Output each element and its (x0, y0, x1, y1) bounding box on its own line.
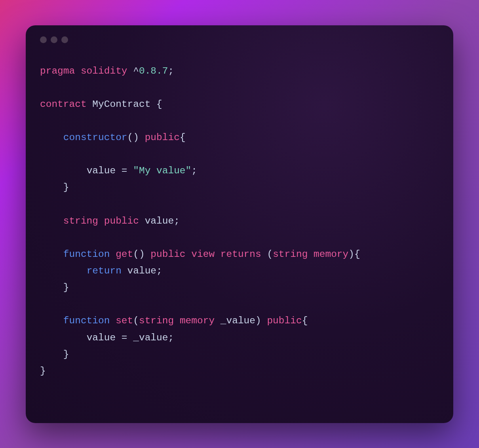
keyword-return: return (87, 266, 122, 276)
assign-operator: = (122, 165, 127, 176)
minimize-icon[interactable] (51, 36, 57, 43)
function-name-set: set (116, 315, 133, 326)
keyword-constructor: constructor (63, 132, 127, 143)
identifier-value: value (145, 216, 174, 226)
open-brace: { (156, 99, 162, 110)
close-paren: ) (348, 249, 354, 260)
keyword-string: string (139, 315, 174, 326)
keyword-string: string (63, 216, 98, 226)
keyword-function: function (63, 315, 110, 326)
keyword-solidity: solidity (81, 66, 127, 76)
keyword-pragma: pragma (40, 66, 75, 76)
contract-name: MyContract (92, 99, 150, 110)
close-paren: ) (255, 315, 261, 326)
semicolon: ; (191, 165, 197, 176)
open-brace: { (180, 132, 186, 143)
identifier-value: value (87, 165, 116, 176)
keyword-memory: memory (314, 249, 348, 260)
semicolon: ; (156, 266, 162, 276)
parameter-value: _value (220, 315, 255, 326)
open-paren: ( (127, 132, 133, 143)
keyword-memory: memory (180, 315, 215, 326)
window-titlebar (40, 36, 439, 43)
keyword-public: public (104, 216, 139, 226)
close-brace: } (63, 349, 69, 360)
code-editor[interactable]: pragma solidity ^0.8.7; contract MyContr… (40, 63, 439, 380)
open-paren: ( (133, 315, 139, 326)
open-brace: { (354, 249, 360, 260)
semicolon: ; (168, 332, 174, 343)
keyword-public: public (267, 315, 302, 326)
string-literal: "My value" (133, 165, 191, 176)
semicolon: ; (168, 66, 174, 76)
close-brace: } (63, 182, 69, 193)
caret: ^ (133, 66, 139, 76)
keyword-public: public (145, 132, 180, 143)
keyword-function: function (63, 249, 110, 260)
code-window: pragma solidity ^0.8.7; contract MyContr… (26, 25, 453, 423)
semicolon: ; (174, 216, 180, 226)
close-brace: } (63, 282, 69, 293)
open-brace: { (302, 315, 308, 326)
open-paren: ( (267, 249, 273, 260)
close-brace: } (40, 366, 46, 376)
version-number: 0.8.7 (139, 66, 168, 76)
assign-operator: = (122, 332, 127, 343)
keyword-view: view (191, 249, 215, 260)
close-paren: ) (139, 249, 145, 260)
close-icon[interactable] (40, 36, 47, 43)
identifier-value: value (127, 266, 157, 276)
keyword-returns: returns (220, 249, 261, 260)
keyword-public: public (150, 249, 185, 260)
parameter-value: _value (133, 332, 168, 343)
open-paren: ( (133, 249, 139, 260)
maximize-icon[interactable] (61, 36, 68, 43)
function-name-get: get (116, 249, 133, 260)
identifier-value: value (87, 332, 116, 343)
keyword-string: string (273, 249, 308, 260)
close-paren: ) (133, 132, 139, 143)
keyword-contract: contract (40, 99, 87, 110)
